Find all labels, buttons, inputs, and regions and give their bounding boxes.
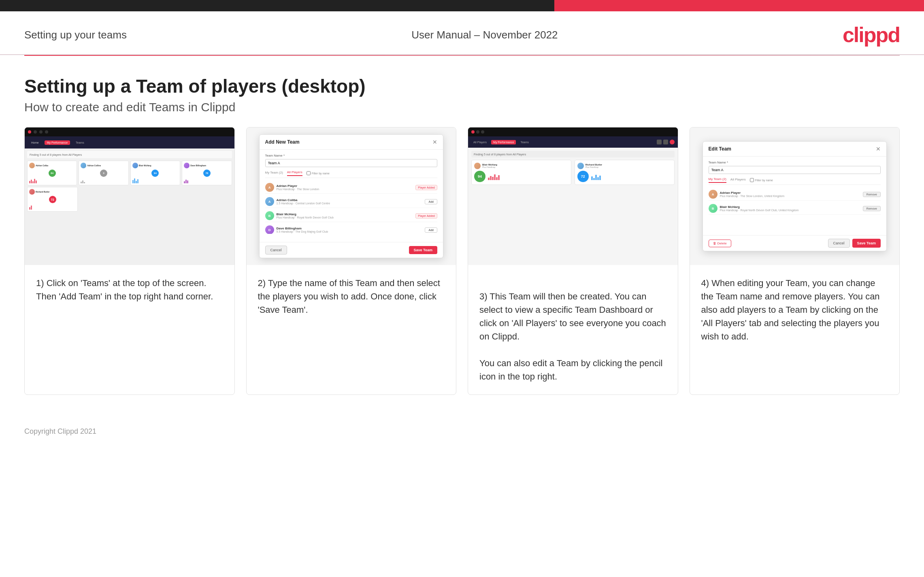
player-card-mini-2: Adrian Collins 0 <box>79 161 128 185</box>
player-detail-1: Plus Handicap · The Stow London <box>277 188 319 191</box>
mini-bars-2 <box>81 178 126 183</box>
edit-tab-all-players[interactable]: All Players <box>730 178 746 182</box>
team-player-club-2: Plus Handicap <box>585 166 602 168</box>
player-score-4: 78 <box>203 170 211 177</box>
bar <box>187 180 188 183</box>
add-player-btn-2[interactable]: Add <box>425 199 437 204</box>
delete-team-button[interactable]: 🗑 Delete <box>709 240 731 247</box>
player-list-left-1: A Adrian Player Plus Handicap · The Stow… <box>265 183 319 192</box>
bar <box>185 180 187 183</box>
edit-player-avatar-sm-1: A <box>709 190 717 199</box>
nav-home: Home <box>29 140 41 145</box>
player-info-4: Dave Billingham 5.5 Handicap · The Dog M… <box>277 227 328 233</box>
bar <box>34 179 35 183</box>
edit-modal-close-icon[interactable]: ✕ <box>876 146 881 152</box>
player-name-list-3: Blair McHarg <box>277 212 334 216</box>
edit-player-list-left-1: A Adrian Player Plus Handicap · The Stow… <box>709 190 784 199</box>
player-detail-4: 5.5 Handicap · The Dog Majing Golf Club <box>277 230 328 233</box>
edit-tab-my-team[interactable]: My Team (2) <box>709 177 726 183</box>
team-dash-nav: All Players My Performance Teams <box>468 136 678 148</box>
modal-tabs: My Team (2) All Players Filter by name <box>265 170 437 178</box>
player-mini-header-5: Richard Butler <box>29 189 76 195</box>
team-dash-mockup: All Players My Performance Teams Finding… <box>468 127 678 265</box>
edit-player-list-left-2: B Blair McHarg Plus Handicap · Royal Nor… <box>709 204 799 213</box>
remove-player-btn-1[interactable]: Remove <box>863 192 881 197</box>
player-name-list-2: Adrian Coliba <box>277 198 330 202</box>
clippd-logo: clippd <box>843 23 900 47</box>
bar <box>490 176 492 180</box>
edit-modal-header: Edit Team ✕ <box>703 142 886 157</box>
cancel-button[interactable]: Cancel <box>265 246 287 255</box>
card-1-text: 1) Click on 'Teams' at the top of the sc… <box>25 265 234 395</box>
edit-save-team-button[interactable]: Save Team <box>852 239 881 248</box>
player-avatar-sm-2: A <box>265 197 274 206</box>
bar <box>29 181 30 183</box>
card-4-text: 4) When editing your Team, you can chang… <box>690 265 900 395</box>
modal-close-icon[interactable]: ✕ <box>432 139 437 145</box>
dashboard-nav: Home My Performance Teams <box>25 136 234 148</box>
player-avatar-sm-3: B <box>265 211 274 220</box>
brand-dot <box>28 130 31 134</box>
card-2: Add New Team ✕ Team Name * My Team (2) A… <box>246 127 457 395</box>
footer-actions: Cancel Save Team <box>828 239 881 248</box>
bar <box>31 206 32 210</box>
card-1: Home My Performance Teams Finding 5 out … <box>24 127 235 395</box>
modal-body: Team Name * My Team (2) All Players Filt… <box>260 150 443 238</box>
edit-player-info-1: Adrian Player Plus Handicap · The Stow L… <box>720 191 784 197</box>
player-name-3: Blair McHarg <box>139 164 151 167</box>
bar <box>32 181 34 183</box>
mini-bars-5 <box>29 204 76 210</box>
header-section-label: Setting up your teams <box>24 29 127 41</box>
nav-icon-2[interactable] <box>663 140 668 144</box>
team-score-row-1: 94 <box>474 171 568 182</box>
edit-filter-checkbox[interactable] <box>750 178 754 182</box>
remove-player-btn-2[interactable]: Remove <box>863 206 881 211</box>
edit-icon[interactable] <box>670 140 675 144</box>
player-list-item-2: A Adrian Coliba 1.5 Handicap · Central L… <box>265 195 437 208</box>
nav-my-performance: My Performance <box>491 140 516 144</box>
team-name-label: Team Name * <box>265 154 437 157</box>
card-4-screenshot: Edit Team ✕ Team Name * My Team (2) All … <box>690 127 900 265</box>
team-player-info-2: Richard Butler Plus Handicap <box>585 163 602 168</box>
edit-team-modal: Edit Team ✕ Team Name * My Team (2) All … <box>703 141 887 251</box>
edit-player-list-item-1: A Adrian Player Plus Handicap · The Stow… <box>709 188 881 201</box>
edit-player-detail-2: Plus Handicap · Royal North Devon Golf C… <box>720 209 799 212</box>
player-avatar-sm-4: D <box>265 225 274 234</box>
player-card-mini-3: Blair McHarg 94 <box>130 161 180 185</box>
tab-all-players[interactable]: All Players <box>287 170 302 176</box>
nav-dot-2 <box>39 130 43 134</box>
team-name-input[interactable] <box>265 159 437 167</box>
team-score-1: 94 <box>474 171 485 182</box>
nav-dot <box>481 130 484 134</box>
bar <box>184 181 185 183</box>
player-name-5: Richard Butler <box>36 191 49 193</box>
card-3: All Players My Performance Teams Finding… <box>468 127 678 395</box>
page-header: Setting up your teams User Manual – Nove… <box>0 11 924 55</box>
tab-my-team[interactable]: My Team (2) <box>265 171 283 176</box>
copyright-text: Copyright Clippd 2021 <box>24 427 96 435</box>
team-bars-1 <box>488 173 500 180</box>
player-status-3: Player Added <box>415 213 437 218</box>
nav-icon-1[interactable] <box>657 140 662 144</box>
player-cards-grid: Adrian Colba 84 <box>27 161 232 185</box>
nav-dot-1 <box>34 130 37 134</box>
edit-cancel-button[interactable]: Cancel <box>828 239 850 248</box>
save-team-button[interactable]: Save Team <box>409 246 437 254</box>
bar <box>36 180 37 183</box>
player-name-4: Dave Billingham <box>190 164 206 167</box>
edit-team-name-label: Team Name * <box>709 161 881 164</box>
card-3-step-text: 3) This Team will then be created. You c… <box>479 291 666 382</box>
player-info-2: Adrian Coliba 1.5 Handicap · Central Lon… <box>277 198 330 205</box>
filter-by-name: Filter by name <box>307 171 330 175</box>
nav-icons <box>657 140 675 144</box>
add-team-modal: Add New Team ✕ Team Name * My Team (2) A… <box>259 134 443 258</box>
player-score-1: 84 <box>49 170 56 177</box>
add-player-btn-4[interactable]: Add <box>425 227 437 233</box>
bar <box>492 177 494 180</box>
edit-team-name-input[interactable] <box>709 166 881 174</box>
player-avatar-sm-1: A <box>265 183 274 192</box>
card-3-screenshot: All Players My Performance Teams Finding… <box>468 127 678 265</box>
filter-checkbox[interactable] <box>307 171 311 175</box>
nav-players: Teams <box>73 140 87 145</box>
team-player-header-1: Blair McHarg Plus Handicap <box>474 163 568 169</box>
